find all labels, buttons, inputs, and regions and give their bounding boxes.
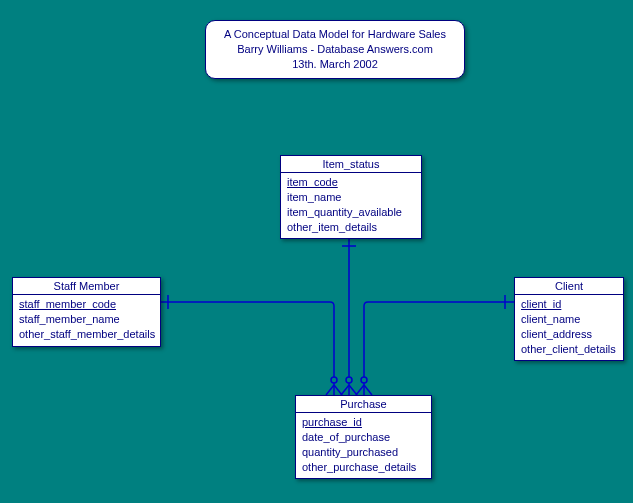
entity-body: client_id client_name client_address oth… bbox=[515, 295, 623, 360]
svg-line-7 bbox=[334, 385, 342, 395]
entity-client: Client client_id client_name client_addr… bbox=[514, 277, 624, 361]
entity-staff-member: Staff Member staff_member_code staff_mem… bbox=[12, 277, 161, 347]
attr-pk: item_code bbox=[287, 175, 415, 190]
svg-line-3 bbox=[349, 385, 357, 395]
svg-line-6 bbox=[326, 385, 334, 395]
entity-header: Staff Member bbox=[13, 278, 160, 295]
attr: other_purchase_details bbox=[302, 460, 425, 475]
attr: other_item_details bbox=[287, 220, 415, 235]
svg-line-11 bbox=[364, 385, 372, 395]
entity-header: Item_status bbox=[281, 156, 421, 173]
entity-purchase: Purchase purchase_id date_of_purchase qu… bbox=[295, 395, 432, 479]
attr: item_quantity_available bbox=[287, 205, 415, 220]
attr: quantity_purchased bbox=[302, 445, 425, 460]
entity-header: Purchase bbox=[296, 396, 431, 413]
svg-point-8 bbox=[331, 377, 337, 383]
svg-line-10 bbox=[356, 385, 364, 395]
svg-point-4 bbox=[346, 377, 352, 383]
entity-body: staff_member_code staff_member_name othe… bbox=[13, 295, 160, 346]
svg-line-2 bbox=[341, 385, 349, 395]
diagram-title: A Conceptual Data Model for Hardware Sal… bbox=[205, 20, 465, 79]
entity-body: purchase_id date_of_purchase quantity_pu… bbox=[296, 413, 431, 478]
title-line-3: 13th. March 2002 bbox=[220, 57, 450, 72]
attr: other_client_details bbox=[521, 342, 617, 357]
attr-pk: purchase_id bbox=[302, 415, 425, 430]
attr-pk: client_id bbox=[521, 297, 617, 312]
entity-item-status: Item_status item_code item_name item_qua… bbox=[280, 155, 422, 239]
attr: other_staff_member_details bbox=[19, 327, 154, 342]
entity-body: item_code item_name item_quantity_availa… bbox=[281, 173, 421, 238]
entity-header: Client bbox=[515, 278, 623, 295]
title-line-1: A Conceptual Data Model for Hardware Sal… bbox=[220, 27, 450, 42]
attr-pk: staff_member_code bbox=[19, 297, 154, 312]
attr: date_of_purchase bbox=[302, 430, 425, 445]
attr: staff_member_name bbox=[19, 312, 154, 327]
attr: item_name bbox=[287, 190, 415, 205]
attr: client_address bbox=[521, 327, 617, 342]
attr: client_name bbox=[521, 312, 617, 327]
title-line-2: Barry Williams - Database Answers.com bbox=[220, 42, 450, 57]
svg-point-12 bbox=[361, 377, 367, 383]
